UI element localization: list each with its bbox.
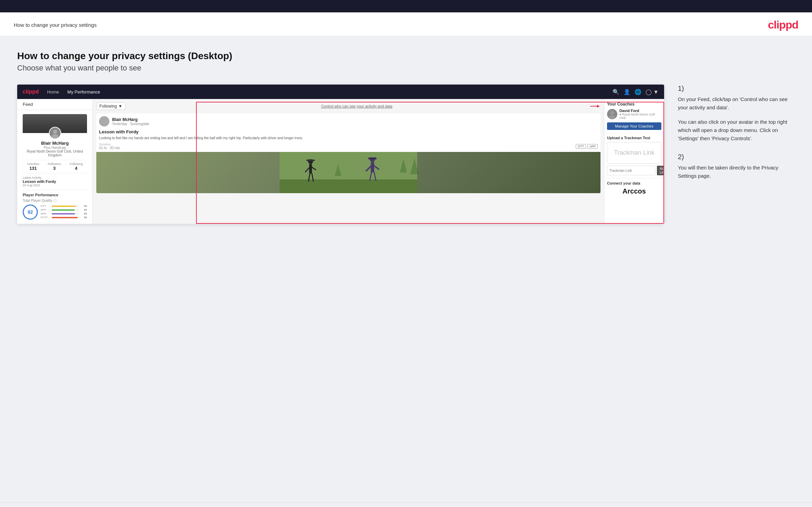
- post-avatar: [99, 116, 109, 126]
- content-split: clippd Home My Performance 🔍 👤 🌐 ◯ ▼: [17, 85, 795, 224]
- app-navbar: clippd Home My Performance 🔍 👤 🌐 ◯ ▼: [17, 85, 664, 99]
- profile-avatar-wrap: [23, 127, 87, 139]
- post-duration-value: 01 hr : 30 min: [99, 146, 120, 150]
- page-subtitle: Choose what you want people to see: [17, 64, 795, 73]
- manage-coaches-button[interactable]: Manage Your Coaches: [607, 122, 661, 130]
- screenshot-area: clippd Home My Performance 🔍 👤 🌐 ◯ ▼: [17, 85, 664, 224]
- svg-point-1: [51, 134, 58, 139]
- post-tag-app: APP: [587, 144, 598, 149]
- app-body: Feed Blair McHarg: [17, 99, 664, 224]
- stat-following: Following 4: [69, 162, 83, 171]
- svg-point-5: [101, 122, 108, 126]
- avatar-icon[interactable]: ◯ ▼: [646, 89, 659, 95]
- bar-putt: PUTT 96: [41, 216, 87, 219]
- post-header: Blair McHarg Yesterday · Sunningdale: [96, 113, 600, 129]
- svg-point-4: [102, 118, 106, 122]
- bar-app: APP 85: [41, 208, 87, 211]
- stat-following-label: Following: [69, 162, 83, 166]
- coach-info: David Ford ● Royal North Devon Golf Club: [619, 109, 661, 120]
- page-header-title: How to change your privacy settings: [14, 22, 97, 28]
- trackman-section: Upload a Trackman Test Trackman Link Add…: [604, 133, 664, 178]
- svg-marker-3: [597, 105, 600, 108]
- following-bar: Following ▼ Control who can see your act…: [96, 102, 600, 110]
- app-left-panel: Feed Blair McHarg: [17, 99, 93, 224]
- coach-name: David Ford: [619, 109, 661, 113]
- step1-number: 1): [678, 85, 795, 92]
- coach-row: David Ford ● Royal North Devon Golf Club: [607, 109, 661, 120]
- player-perf-title: Player Performance: [23, 193, 87, 197]
- profile-card: Blair McHarg Plus Handicap Royal North D…: [17, 110, 93, 224]
- bar-arg: ARG 86: [41, 212, 87, 215]
- stat-followers: Followers 3: [48, 162, 61, 171]
- post-title: Lesson with Fordy: [96, 129, 600, 136]
- nav-home[interactable]: Home: [47, 89, 59, 95]
- svg-rect-7: [280, 179, 417, 193]
- nav-my-performance[interactable]: My Performance: [67, 89, 100, 95]
- instruction-step1: 1) On your Feed, click/tap on 'Control w…: [678, 85, 795, 143]
- feed-tab[interactable]: Feed: [17, 99, 93, 110]
- coaches-section: Your Coaches David Ford ● Royal North: [604, 99, 664, 133]
- trackman-link-input[interactable]: [607, 166, 656, 175]
- page-header: How to change your privacy settings clip…: [0, 12, 812, 37]
- stat-followers-value: 3: [48, 166, 61, 171]
- control-privacy-link[interactable]: Control who can see your activity and da…: [321, 104, 392, 108]
- profile-club: Royal North Devon Golf Club, United King…: [23, 150, 87, 157]
- footer: Copyright Clippd 2022: [0, 503, 812, 507]
- coach-club: ● Royal North Devon Golf Club: [619, 113, 661, 120]
- post-user-name: Blair McHarg: [112, 117, 149, 122]
- svg-rect-21: [368, 157, 377, 159]
- player-performance: Player Performance Total Player Quality …: [23, 190, 87, 220]
- stat-activities-value: 131: [27, 166, 39, 171]
- stat-activities: Activities 131: [27, 162, 39, 171]
- coach-avatar: [607, 109, 617, 119]
- svg-rect-9: [309, 164, 312, 174]
- stat-followers-label: Followers: [48, 162, 61, 166]
- add-link-button[interactable]: Add Link: [657, 166, 664, 175]
- profile-handicap: Plus Handicap: [23, 146, 87, 150]
- latest-activity-section: Latest Activity Lesson with Fordy 03 Aug…: [23, 176, 87, 187]
- bar-ott: OTT 90: [41, 205, 87, 208]
- instructions-panel: 1) On your Feed, click/tap on 'Control w…: [678, 85, 795, 190]
- stat-following-value: 4: [69, 166, 83, 171]
- post-user-info: Blair McHarg Yesterday · Sunningdale: [112, 117, 149, 126]
- globe-icon[interactable]: 🌐: [635, 89, 641, 95]
- latest-activity-name: Lesson with Fordy: [23, 179, 87, 184]
- svg-point-25: [610, 111, 614, 115]
- trackman-input-row: Add Link: [607, 166, 661, 175]
- latest-activity-label: Latest Activity: [23, 176, 87, 179]
- quality-score: 92: [23, 205, 38, 220]
- svg-rect-14: [306, 159, 315, 161]
- arccos-brand: Arccos: [607, 187, 661, 195]
- post-duration-row: Duration 01 hr : 30 min OTT APP: [96, 143, 600, 152]
- post-description: Looking to feel like my hands are exitin…: [96, 136, 600, 143]
- svg-rect-16: [371, 162, 374, 173]
- total-quality-label: Total Player Quality ⓘ: [23, 198, 87, 203]
- svg-point-26: [609, 115, 616, 119]
- trackman-placeholder: Trackman Link: [607, 142, 661, 164]
- svg-point-0: [53, 130, 57, 134]
- chevron-down-icon: ▼: [118, 104, 122, 109]
- instruction-step2: 2) You will then be taken directly to th…: [678, 153, 795, 180]
- app-right-panel: Your Coaches David Ford ● Royal North: [604, 99, 664, 224]
- profile-name: Blair McHarg: [23, 141, 87, 146]
- step1-text-b: You can also click on your avatar in the…: [678, 118, 795, 143]
- step2-text: You will then be taken directly to the P…: [678, 164, 795, 180]
- connect-section: Connect your data Arccos: [604, 178, 664, 198]
- following-button[interactable]: Following ▼: [96, 102, 126, 110]
- post-user-meta: Yesterday · Sunningdale: [112, 122, 149, 126]
- post-duration-label: Duration 01 hr : 30 min: [99, 143, 120, 150]
- nav-right: 🔍 👤 🌐 ◯ ▼: [613, 89, 659, 95]
- quality-bars: OTT 90 APP 85: [41, 205, 87, 220]
- app-logo-nav: clippd: [23, 89, 39, 95]
- person-icon[interactable]: 👤: [624, 89, 630, 95]
- page-title: How to change your privacy settings (Des…: [17, 51, 795, 62]
- latest-activity-date: 03 Aug 2022: [23, 184, 87, 187]
- stat-activities-label: Activities: [27, 162, 39, 166]
- post-card: Blair McHarg Yesterday · Sunningdale Les…: [96, 113, 600, 193]
- main-content: How to change your privacy settings (Des…: [0, 37, 812, 503]
- step1-text-a: On your Feed, click/tap on 'Control who …: [678, 95, 795, 112]
- top-bar: [0, 0, 812, 12]
- search-icon[interactable]: 🔍: [613, 89, 619, 95]
- location-icon: ●: [619, 113, 621, 116]
- clippd-logo: clippd: [768, 19, 798, 31]
